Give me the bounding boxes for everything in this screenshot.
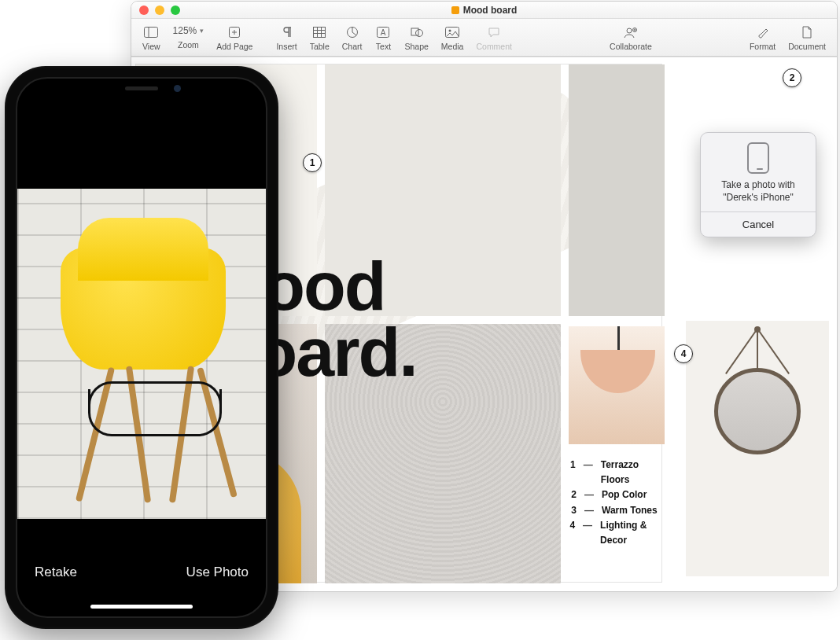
legend-row: 3—Warm Tones xyxy=(569,503,661,518)
add-page-icon xyxy=(226,24,243,41)
continuity-camera-popover: Take a photo with "Derek's iPhone" Cance… xyxy=(700,132,816,237)
retake-button[interactable]: Retake xyxy=(35,565,77,580)
comment-button[interactable]: Comment xyxy=(470,24,518,51)
text-label: Text xyxy=(376,42,391,51)
media-button[interactable]: Media xyxy=(435,24,470,51)
title-bar: Mood board xyxy=(131,2,837,19)
svg-rect-0 xyxy=(145,28,158,38)
chair-wire2 xyxy=(88,381,222,413)
document-icon xyxy=(798,24,816,41)
window-title-text: Mood board xyxy=(463,5,518,16)
text-button[interactable]: A Text xyxy=(368,24,398,51)
svg-rect-13 xyxy=(411,28,418,35)
pendant-lamp-graphic xyxy=(580,350,655,393)
legend-row: 1—Terrazzo Floors xyxy=(569,458,661,487)
zoom-dropdown[interactable]: 125% ▾ Zoom xyxy=(167,25,211,50)
marker-2[interactable]: 2 xyxy=(783,68,801,87)
document-label: Document xyxy=(788,42,826,51)
document-button[interactable]: Document xyxy=(782,24,832,51)
legend-row: 2—Pop Color xyxy=(569,487,661,502)
tile-mirror xyxy=(686,321,829,576)
marker-4[interactable]: 4 xyxy=(674,344,693,363)
table-label: Table xyxy=(310,42,330,51)
shape-label: Shape xyxy=(404,42,428,51)
chart-button[interactable]: Chart xyxy=(336,24,369,51)
insert-label: Insert xyxy=(276,42,297,51)
mirror-nail xyxy=(754,326,761,333)
collaborate-label: Collaborate xyxy=(610,42,652,51)
svg-point-17 xyxy=(627,28,632,33)
view-label: View xyxy=(142,42,160,51)
popover-cancel-button[interactable]: Cancel xyxy=(701,211,816,237)
add-page-button[interactable]: Add Page xyxy=(210,24,259,51)
mirror-graphic xyxy=(714,368,801,454)
comment-icon xyxy=(485,24,503,41)
comment-label: Comment xyxy=(476,42,512,51)
paintbrush-icon xyxy=(754,24,772,41)
home-indicator[interactable] xyxy=(90,605,193,609)
shape-icon xyxy=(408,24,426,41)
popover-text: Take a photo with "Derek's iPhone" xyxy=(701,178,816,211)
zoom-value: 125% xyxy=(173,25,197,36)
shape-button[interactable]: Shape xyxy=(398,24,434,51)
chart-icon xyxy=(344,24,361,41)
svg-rect-5 xyxy=(314,28,326,38)
front-camera xyxy=(174,85,181,92)
add-page-label: Add Page xyxy=(216,42,252,51)
view-button[interactable]: View xyxy=(136,24,167,51)
tile-concrete xyxy=(569,64,665,316)
format-label: Format xyxy=(750,42,776,51)
format-button[interactable]: Format xyxy=(743,24,782,51)
yellow-chair-graphic xyxy=(61,248,226,370)
svg-point-14 xyxy=(415,30,422,37)
table-icon xyxy=(311,24,328,41)
speaker xyxy=(125,86,158,90)
toolbar: View 125% ▾ Zoom Add Page Insert xyxy=(131,19,837,57)
chevron-down-icon: ▾ xyxy=(200,27,204,35)
mirror-strap xyxy=(757,329,758,372)
legend: 1—Terrazzo Floors 2—Pop Color 3—Warm Ton… xyxy=(569,458,661,548)
iphone-notch xyxy=(79,79,204,101)
collaborate-button[interactable]: Collaborate xyxy=(603,24,658,51)
document-icon xyxy=(451,6,459,14)
svg-text:A: A xyxy=(381,28,386,37)
marker-1[interactable]: 1 xyxy=(303,153,322,172)
text-icon: A xyxy=(374,24,392,41)
collaborate-icon xyxy=(622,24,639,41)
camera-actions: Retake Use Photo xyxy=(17,565,266,580)
insert-button[interactable]: Insert xyxy=(270,24,303,51)
sidebar-icon xyxy=(142,24,160,41)
camera-photo-preview xyxy=(17,189,266,519)
iphone-device: Retake Use Photo xyxy=(5,66,278,629)
media-icon xyxy=(444,24,461,41)
zoom-label: Zoom xyxy=(178,40,199,50)
phone-outline-icon xyxy=(747,142,769,174)
window-title: Mood board xyxy=(131,5,837,16)
legend-row: 4—Lighting & Decor xyxy=(569,518,661,548)
svg-point-16 xyxy=(449,30,451,32)
use-photo-button[interactable]: Use Photo xyxy=(186,565,249,580)
table-button[interactable]: Table xyxy=(304,24,336,51)
chart-label: Chart xyxy=(342,42,363,51)
pilcrow-icon xyxy=(278,24,296,41)
iphone-screen: Retake Use Photo xyxy=(16,77,267,618)
media-label: Media xyxy=(441,42,464,51)
tile-lamp xyxy=(569,326,665,444)
